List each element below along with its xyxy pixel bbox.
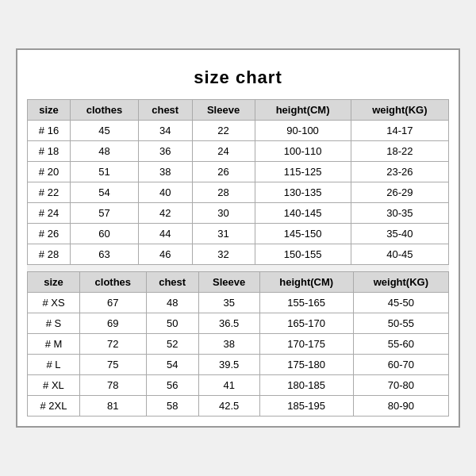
col-header: height(CM) — [255, 100, 351, 121]
table-cell: 42 — [138, 203, 192, 224]
table-cell: 48 — [71, 141, 139, 162]
table-cell: 35-40 — [351, 224, 448, 244]
table-cell: 51 — [71, 162, 139, 182]
table-cell: 42.5 — [198, 396, 259, 416]
table-cell: 40 — [138, 182, 192, 203]
table-cell: 150-155 — [255, 244, 351, 265]
col-header: height(CM) — [259, 272, 353, 293]
table-cell: 55-60 — [353, 334, 448, 355]
table-cell: 18-22 — [351, 141, 448, 162]
col-header: Sleeve — [192, 100, 255, 121]
table-cell: 30-35 — [351, 203, 448, 224]
table-cell: 45 — [71, 121, 139, 141]
table-cell: 81 — [79, 396, 146, 416]
table-row: # 20513826115-12523-26 — [28, 162, 449, 182]
table-cell: # 2XL — [28, 396, 80, 416]
table-cell: 175-180 — [259, 355, 353, 375]
table1-body: # 1645342290-10014-17# 18483624100-11018… — [28, 121, 449, 265]
table-cell: 54 — [71, 182, 139, 203]
table-cell: 130-135 — [255, 182, 351, 203]
table-cell: 57 — [71, 203, 139, 224]
table-row: # 26604431145-15035-40 — [28, 224, 449, 244]
table-cell: # XS — [28, 293, 80, 313]
table-cell: 80-90 — [353, 396, 448, 416]
table-row: # 28634632150-15540-45 — [28, 244, 449, 265]
table-cell: 39.5 — [198, 355, 259, 375]
table-cell: 32 — [192, 244, 255, 265]
col-header: weight(KG) — [351, 100, 448, 121]
table-cell: 180-185 — [259, 375, 353, 396]
table-row: # 18483624100-11018-22 — [28, 141, 449, 162]
table-cell: 115-125 — [255, 162, 351, 182]
col-header: clothes — [71, 100, 139, 121]
table-cell: 140-145 — [255, 203, 351, 224]
table2-body: # XS674835155-16545-50# S695036.5165-170… — [28, 293, 449, 416]
col-header: Sleeve — [198, 272, 259, 293]
table-cell: 52 — [146, 334, 198, 355]
table-gap — [27, 265, 449, 271]
table-cell: # M — [28, 334, 80, 355]
table-cell: 72 — [79, 334, 146, 355]
chart-title: size chart — [27, 60, 449, 99]
table-cell: # XL — [28, 375, 80, 396]
table-cell: 75 — [79, 355, 146, 375]
table-cell: 185-195 — [259, 396, 353, 416]
table1-header: sizeclotheschestSleeveheight(CM)weight(K… — [28, 100, 449, 121]
table-row: # 22544028130-13526-29 — [28, 182, 449, 203]
table-row: # 1645342290-10014-17 — [28, 121, 449, 141]
table-cell: 70-80 — [353, 375, 448, 396]
table-cell: 36 — [138, 141, 192, 162]
table-cell: 78 — [79, 375, 146, 396]
table-cell: 45-50 — [353, 293, 448, 313]
col-header: weight(KG) — [353, 272, 448, 293]
table-cell: 145-150 — [255, 224, 351, 244]
col-header: size — [28, 100, 71, 121]
table-cell: 170-175 — [259, 334, 353, 355]
col-header: clothes — [79, 272, 146, 293]
table-cell: 46 — [138, 244, 192, 265]
table2-header: sizeclotheschestSleeveheight(CM)weight(K… — [28, 272, 449, 293]
table-cell: 44 — [138, 224, 192, 244]
table-cell: 48 — [146, 293, 198, 313]
col-header: size — [28, 272, 80, 293]
table-cell: 60 — [71, 224, 139, 244]
col-header: chest — [138, 100, 192, 121]
table-cell: 100-110 — [255, 141, 351, 162]
table-cell: 26-29 — [351, 182, 448, 203]
table-cell: 38 — [198, 334, 259, 355]
table-cell: 63 — [71, 244, 139, 265]
table-cell: 67 — [79, 293, 146, 313]
table-cell: 22 — [192, 121, 255, 141]
table-row: # M725238170-17555-60 — [28, 334, 449, 355]
table-cell: 31 — [192, 224, 255, 244]
table-cell: 50 — [146, 313, 198, 334]
table-cell: 28 — [192, 182, 255, 203]
table-cell: 90-100 — [255, 121, 351, 141]
table-cell: 40-45 — [351, 244, 448, 265]
table-cell: # 22 — [28, 182, 71, 203]
table-row: # 24574230140-14530-35 — [28, 203, 449, 224]
table-cell: 54 — [146, 355, 198, 375]
table-cell: 41 — [198, 375, 259, 396]
size-table-2: sizeclotheschestSleeveheight(CM)weight(K… — [27, 271, 449, 416]
table-cell: 50-55 — [353, 313, 448, 334]
table-cell: 14-17 — [351, 121, 448, 141]
table-cell: # 24 — [28, 203, 71, 224]
table-cell: # L — [28, 355, 80, 375]
table-row: # XL785641180-18570-80 — [28, 375, 449, 396]
table2-header-row: sizeclotheschestSleeveheight(CM)weight(K… — [28, 272, 449, 293]
table-cell: 36.5 — [198, 313, 259, 334]
table-cell: 26 — [192, 162, 255, 182]
table-cell: # S — [28, 313, 80, 334]
table-cell: # 18 — [28, 141, 71, 162]
table-cell: # 20 — [28, 162, 71, 182]
table-row: # L755439.5175-18060-70 — [28, 355, 449, 375]
table-cell: 24 — [192, 141, 255, 162]
table-cell: 38 — [138, 162, 192, 182]
col-header: chest — [146, 272, 198, 293]
table-cell: # 26 — [28, 224, 71, 244]
table-cell: # 28 — [28, 244, 71, 265]
size-chart-container: size chart sizeclotheschestSleeveheight(… — [16, 48, 460, 428]
table-cell: # 16 — [28, 121, 71, 141]
table-row: # 2XL815842.5185-19580-90 — [28, 396, 449, 416]
